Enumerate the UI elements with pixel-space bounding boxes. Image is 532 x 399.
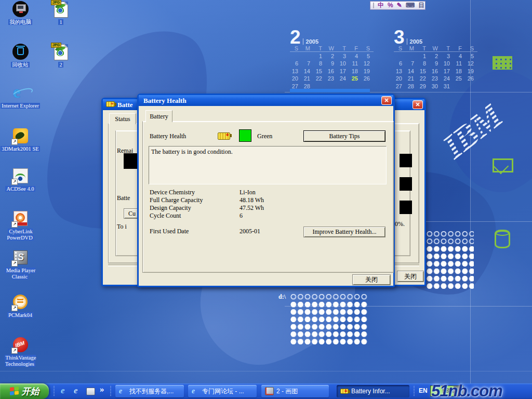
taskbar-task-battery-information[interactable]: Battery Infor... — [337, 385, 409, 397]
tab-battery[interactable]: Battery — [145, 110, 172, 122]
quicklaunch-ie2-icon[interactable]: e — [74, 385, 78, 396]
close-icon[interactable]: ✕ — [413, 100, 423, 109]
calendar-underline-bar — [290, 89, 370, 92]
calendar-day: 12 — [466, 60, 477, 68]
calendar-day-header: S — [290, 45, 302, 52]
language-indicator[interactable]: EN — [419, 387, 428, 394]
quicklaunch-more-chevron[interactable]: » — [100, 384, 104, 395]
wallpaper-dots — [426, 230, 474, 245]
calendar-day: 30 — [430, 83, 442, 91]
condition-text: The battery is in good condition. — [151, 148, 233, 156]
calendar-day: 26 — [466, 75, 477, 83]
pcmark-icon: ↗ — [11, 294, 29, 311]
watermark: 51nb.com — [431, 382, 502, 399]
desktop-icon-jpg-1[interactable]: JPG 1 — [41, 1, 81, 25]
note-label: To i — [117, 223, 138, 231]
ime-mode-icon[interactable]: 中 — [378, 2, 384, 9]
thinkvantage-icon: IBM↗ — [11, 337, 29, 353]
shortcut-arrow-icon: ↗ — [11, 260, 18, 267]
calendar-day: 19 — [362, 68, 374, 76]
ime-pen-icon[interactable]: ✎ — [397, 2, 402, 9]
calendar-day: 15 — [314, 68, 326, 76]
calendar-day: 13 — [290, 68, 302, 76]
calendar-day: 28 — [406, 83, 418, 91]
calendar-day: 12 — [362, 60, 374, 68]
desktop-icon-thinkvantage[interactable]: IBM↗ ThinkVantage Technologies — [0, 337, 41, 367]
calendar-day: 22 — [314, 75, 326, 83]
desktop-icon-jpg-2[interactable]: JPG 2 — [41, 44, 81, 68]
quicklaunch-ie-icon[interactable]: e — [61, 385, 65, 396]
calendar-day: 24 — [338, 75, 350, 83]
calendar-day: 4 — [454, 53, 466, 61]
taskbar-task-ie-server-not-found[interactable]: e 找不到服务器,... — [115, 385, 184, 397]
calendar-day: 24 — [442, 75, 454, 83]
start-button[interactable]: 开始 — [0, 383, 49, 399]
taskbar-task-paint[interactable]: 2 - 画图 — [261, 385, 329, 397]
windows-logo-icon — [10, 387, 19, 396]
calendar-day: 10 — [338, 60, 350, 68]
ime-width-toggle-icon[interactable]: % — [388, 2, 393, 9]
drive-label: d:\ — [278, 293, 286, 301]
battery-tips-button[interactable]: Battery Tips — [303, 130, 385, 142]
close-button[interactable]: 关闭 — [352, 274, 391, 285]
desktop-icon-powerdvd[interactable]: ↗ CyberLink PowerDVD — [0, 210, 41, 241]
desktop-icon-acdsee[interactable]: ↗ ACDSee 4.0 — [0, 168, 41, 192]
wallpaper-dots — [290, 301, 368, 346]
calendar-day: 6 — [290, 60, 302, 68]
start-label: 开始 — [22, 385, 39, 397]
condition-textbox: The battery is in good condition. — [149, 146, 387, 184]
calendar-day: 20 — [394, 75, 406, 83]
desktop-icon-internet-explorer[interactable]: e Internet Explorer — [0, 85, 41, 109]
media-player-classic-icon: ↗ — [11, 249, 29, 266]
wallpaper-line — [0, 371, 532, 371]
task-label: 找不到服务器,... — [129, 387, 174, 396]
calendar-day: 25 — [350, 75, 362, 83]
tab-status[interactable]: Status — [109, 113, 136, 124]
calendar-month: 2 — [290, 26, 300, 48]
drag-handle-icon[interactable] — [373, 3, 374, 8]
improve-battery-health-button[interactable]: Improve Battery Health... — [303, 227, 385, 237]
calendar-year: 2005 — [303, 38, 318, 45]
info-label: Device Chemistry — [150, 189, 195, 196]
calendar-day: 1 — [418, 53, 430, 61]
wallpaper-calendar-march: 32005 SMTWTFS123456789101112131415161718… — [394, 29, 478, 91]
dialog-titlebar[interactable]: Battery Health ✕ — [139, 95, 393, 106]
calendar-day: 14 — [406, 68, 418, 76]
desktop-icon-recycle-bin[interactable]: 回收站 — [0, 44, 41, 68]
keyboard-icon[interactable]: ⌨ — [406, 2, 415, 9]
icon-label: 回收站 — [11, 62, 30, 68]
my-computer-icon — [11, 1, 29, 18]
calendar-day: 9 — [430, 60, 442, 68]
desktop: IBM 22005 SMTWTFS12345678910111213141516… — [0, 0, 532, 399]
calendar-day — [394, 53, 406, 61]
calendar-day: 25 — [454, 75, 466, 83]
info-value: 6 — [240, 212, 243, 220]
calendar-day: 11 — [350, 60, 362, 68]
icon-label: 1 — [58, 19, 63, 25]
calendar-day: 23 — [326, 75, 338, 83]
calendar-day: 31 — [442, 83, 454, 91]
calendar-day: 20 — [290, 75, 302, 83]
calendar-day-header: S — [362, 45, 374, 52]
task-label: Battery Infor... — [351, 388, 390, 395]
calendar-day-header: S — [466, 45, 477, 52]
icon-label: PCMark04 — [7, 312, 33, 318]
quicklaunch-show-desktop-icon[interactable] — [86, 388, 95, 395]
jpg-file-icon: JPG — [52, 44, 70, 60]
desktop-icon-media-player-classic[interactable]: ↗ Media Player Classic — [0, 249, 41, 280]
paint-icon — [265, 387, 274, 395]
desktop-icon-pcmark04[interactable]: ↗ PCMark04 — [0, 294, 41, 318]
battery-gauge — [400, 154, 412, 167]
menu-icon[interactable]: 目 — [418, 2, 424, 9]
close-button[interactable]: 关闭 — [397, 271, 424, 282]
close-icon[interactable]: ✕ — [381, 96, 392, 105]
calendar-day-header: S — [394, 45, 406, 52]
language-bar[interactable]: 中 % ✎ ⌨ 目 — [370, 1, 425, 10]
taskbar-task-ie-forum[interactable]: e 专门网论坛 - ... — [188, 385, 257, 397]
desktop-icon-3dmark2001[interactable]: ↗ 3DMark2001 SE — [0, 128, 41, 152]
calendar-day: 3 — [442, 53, 454, 61]
info-label: Cycle Count — [150, 212, 181, 220]
desktop-icon-my-computer[interactable]: 我的电脑 — [0, 1, 41, 25]
icon-label: 2 — [58, 62, 63, 68]
calendar-month: 3 — [394, 26, 404, 48]
